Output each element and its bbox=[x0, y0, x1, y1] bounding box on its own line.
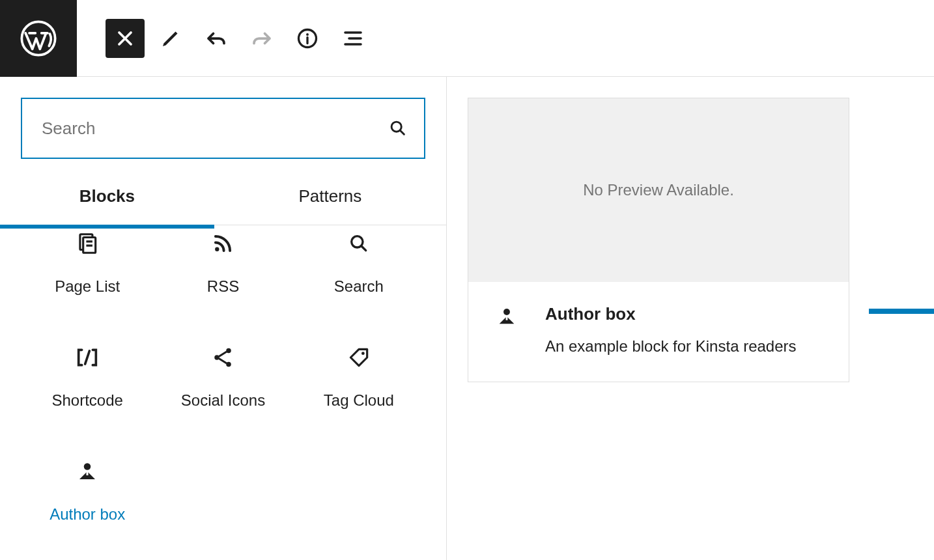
accent-bar bbox=[869, 309, 934, 314]
svg-point-11 bbox=[361, 352, 365, 355]
block-label: Social Icons bbox=[181, 391, 265, 410]
preview-title: Author box bbox=[545, 304, 797, 324]
close-icon bbox=[113, 27, 137, 50]
preview-placeholder: No Preview Available. bbox=[468, 98, 849, 282]
block-label: Search bbox=[334, 277, 384, 296]
block-label: Page List bbox=[55, 277, 120, 296]
block-rss[interactable]: RSS bbox=[155, 227, 290, 341]
preview-card: No Preview Available. Author box An exam… bbox=[468, 98, 849, 382]
preview-description: An example block for Kinsta readers bbox=[545, 337, 797, 356]
block-label: Author box bbox=[50, 505, 125, 524]
svg-point-13 bbox=[503, 309, 510, 315]
list-view-icon bbox=[341, 27, 365, 50]
block-preview-panel: No Preview Available. Author box An exam… bbox=[447, 77, 934, 560]
block-tag-cloud[interactable]: Tag Cloud bbox=[291, 341, 427, 455]
block-inserter-panel: Blocks Patterns Page List RSS Search bbox=[0, 77, 447, 560]
tab-patterns[interactable]: Patterns bbox=[214, 173, 446, 225]
inserter-tabs: Blocks Patterns bbox=[0, 173, 446, 225]
tag-icon bbox=[347, 344, 371, 371]
block-search[interactable]: Search bbox=[291, 227, 427, 341]
info-button[interactable] bbox=[288, 19, 327, 58]
block-grid: Page List RSS Search Shortcode bbox=[0, 225, 446, 560]
shortcode-icon bbox=[74, 344, 100, 371]
outline-button[interactable] bbox=[333, 19, 373, 58]
svg-point-2 bbox=[306, 33, 309, 36]
editor-toolbar bbox=[0, 0, 934, 77]
block-label: Tag Cloud bbox=[324, 391, 394, 410]
block-label: Shortcode bbox=[51, 391, 122, 410]
search-box bbox=[21, 98, 425, 159]
wordpress-logo[interactable] bbox=[0, 0, 77, 77]
editor-main: Blocks Patterns Page List RSS Search bbox=[0, 77, 934, 560]
user-icon bbox=[76, 458, 99, 484]
undo-icon bbox=[205, 27, 228, 50]
undo-button[interactable] bbox=[197, 19, 236, 58]
pencil-icon bbox=[159, 27, 182, 50]
share-icon bbox=[211, 344, 234, 371]
svg-point-12 bbox=[84, 463, 91, 470]
search-input[interactable] bbox=[42, 119, 404, 139]
close-inserter-button[interactable] bbox=[106, 19, 145, 58]
block-social-icons[interactable]: Social Icons bbox=[155, 341, 290, 455]
info-icon bbox=[296, 27, 319, 50]
svg-point-6 bbox=[216, 247, 219, 251]
block-label: RSS bbox=[207, 277, 239, 296]
search-icon bbox=[389, 119, 407, 137]
redo-icon bbox=[250, 27, 274, 50]
page-list-icon bbox=[75, 231, 100, 257]
block-author-box[interactable]: Author box bbox=[20, 455, 155, 560]
block-page-list[interactable]: Page List bbox=[20, 227, 155, 341]
edit-button[interactable] bbox=[151, 19, 190, 58]
block-shortcode[interactable]: Shortcode bbox=[20, 341, 155, 455]
preview-info: Author box An example block for Kinsta r… bbox=[468, 282, 849, 382]
redo-button[interactable] bbox=[242, 19, 281, 58]
search-icon bbox=[348, 231, 369, 257]
user-icon bbox=[494, 304, 519, 356]
rss-icon bbox=[210, 231, 235, 257]
tab-blocks[interactable]: Blocks bbox=[0, 173, 214, 225]
